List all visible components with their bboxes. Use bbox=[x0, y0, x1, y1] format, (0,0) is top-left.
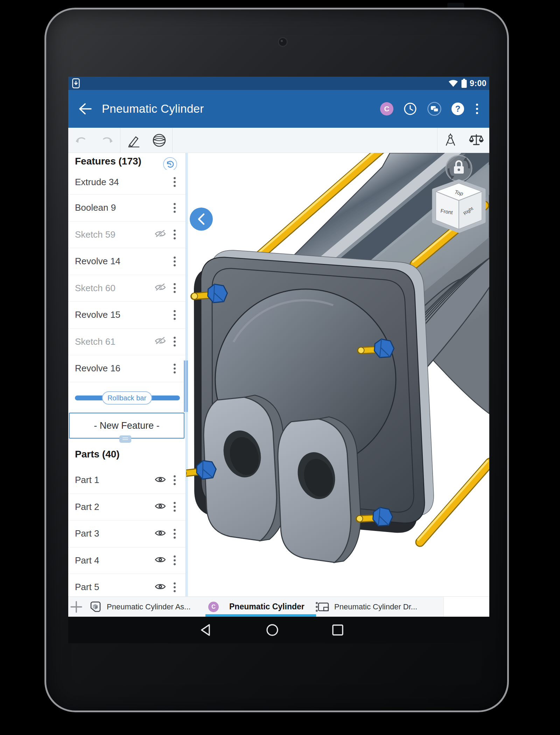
rollback-history-icon[interactable] bbox=[163, 157, 177, 171]
android-nav-bar bbox=[68, 617, 489, 643]
nav-recents-button[interactable] bbox=[331, 624, 344, 636]
document-tab-bar: Pneumatic Cylinder As... C Pneumatic Cyl… bbox=[68, 596, 489, 617]
drawing-icon bbox=[317, 601, 329, 612]
front-camera bbox=[278, 37, 288, 47]
view-cube[interactable]: Top Front Right bbox=[434, 181, 484, 231]
undo-button[interactable] bbox=[68, 128, 94, 153]
sketch-pencil-icon[interactable] bbox=[120, 128, 146, 153]
item-menu-icon[interactable] bbox=[172, 207, 178, 209]
feature-row[interactable]: Extrude 34 bbox=[68, 170, 186, 195]
tab-label: Pneumatic Cylinder Dr... bbox=[334, 602, 417, 611]
part-row[interactable]: Part 3 bbox=[68, 520, 186, 547]
item-menu-icon[interactable] bbox=[172, 479, 178, 481]
user-avatar[interactable]: C bbox=[380, 102, 393, 115]
versions-clock-icon[interactable] bbox=[403, 102, 417, 116]
item-menu-icon[interactable] bbox=[172, 287, 178, 289]
rollback-drag-handle[interactable] bbox=[119, 435, 131, 443]
eye-slash-icon[interactable] bbox=[155, 230, 166, 239]
tab-label: Pneumatic Cylinder bbox=[229, 602, 304, 611]
item-menu-icon[interactable] bbox=[172, 506, 178, 508]
collapse-panel-button[interactable] bbox=[190, 208, 213, 231]
status-bar: 9:00 bbox=[68, 77, 489, 90]
clevis-ear-left bbox=[204, 395, 286, 541]
part-row[interactable]: Part 5 bbox=[68, 574, 186, 596]
panel-scrollbar[interactable] bbox=[184, 360, 186, 412]
model-viewport[interactable]: Top Front Right bbox=[186, 153, 489, 596]
feature-row[interactable]: Revolve 14 bbox=[68, 248, 186, 275]
active-tab-underline bbox=[205, 614, 316, 617]
eye-slash-icon[interactable] bbox=[155, 337, 166, 346]
new-feature-button[interactable]: - New Feature - bbox=[69, 413, 184, 439]
feature-row[interactable]: Sketch 60 bbox=[68, 275, 186, 302]
help-icon[interactable]: ? bbox=[451, 103, 464, 115]
pneumatic-cylinder-model: Top Front Right bbox=[186, 153, 489, 596]
eye-visible-icon[interactable] bbox=[155, 502, 166, 512]
item-menu-icon[interactable] bbox=[172, 586, 178, 588]
item-menu-icon[interactable] bbox=[172, 181, 178, 183]
item-menu-icon[interactable] bbox=[172, 314, 178, 316]
eye-slash-icon[interactable] bbox=[155, 283, 166, 293]
back-button[interactable] bbox=[78, 103, 92, 115]
assembly-icon bbox=[89, 601, 102, 613]
parts-header: Parts (40) bbox=[75, 446, 120, 463]
measure-scales-icon[interactable] bbox=[463, 128, 489, 153]
system-notification-icon bbox=[72, 78, 80, 89]
sphere-primitive-icon[interactable] bbox=[146, 128, 172, 153]
feature-row[interactable]: Sketch 61 bbox=[68, 329, 186, 356]
nav-back-button[interactable] bbox=[200, 623, 211, 637]
overflow-menu-icon[interactable] bbox=[476, 108, 478, 110]
document-title: Pneumatic Cylinder bbox=[102, 102, 204, 115]
battery-icon bbox=[461, 78, 467, 88]
tab-part-studio-active[interactable]: C Pneumatic Cylinder bbox=[208, 597, 320, 617]
feature-row[interactable]: Revolve 16 bbox=[68, 355, 186, 382]
item-menu-icon[interactable] bbox=[172, 533, 178, 535]
toolbar bbox=[68, 128, 489, 153]
item-menu-icon[interactable] bbox=[172, 341, 178, 343]
status-time: 9:00 bbox=[470, 79, 486, 88]
eye-visible-icon[interactable] bbox=[155, 529, 166, 539]
eye-visible-icon[interactable] bbox=[155, 582, 166, 592]
rotation-lock-icon[interactable] bbox=[446, 155, 472, 181]
part-row[interactable]: Part 2 bbox=[68, 494, 186, 521]
eye-visible-icon[interactable] bbox=[155, 555, 166, 565]
tab-drawing[interactable]: Pneumatic Cylinder Dr... bbox=[317, 597, 417, 617]
nav-home-button[interactable] bbox=[266, 623, 279, 637]
features-header: Features (173) bbox=[75, 156, 141, 167]
feature-row[interactable]: Boolean 9 bbox=[68, 195, 186, 222]
add-tab-button[interactable] bbox=[70, 597, 83, 617]
part-row[interactable]: Part 4 bbox=[68, 547, 186, 574]
features-panel: Features (173) Extrude 34 bbox=[68, 153, 186, 596]
tab-label: Pneumatic Cylinder As... bbox=[107, 602, 191, 611]
drafting-compass-icon[interactable] bbox=[438, 128, 463, 153]
item-menu-icon[interactable] bbox=[172, 233, 178, 236]
item-menu-icon[interactable] bbox=[172, 368, 178, 370]
tablet-device: 9:00 Pneumatic Cylinder C bbox=[44, 8, 509, 712]
tab-avatar: C bbox=[208, 602, 219, 612]
redo-button[interactable] bbox=[94, 128, 120, 153]
feature-row[interactable]: Sketch 59 bbox=[68, 222, 186, 248]
app-screen: 9:00 Pneumatic Cylinder C bbox=[68, 77, 489, 643]
comments-icon[interactable] bbox=[427, 102, 442, 116]
part-row[interactable]: Part 1 bbox=[68, 467, 186, 494]
item-menu-icon[interactable] bbox=[172, 260, 178, 262]
item-menu-icon[interactable] bbox=[172, 559, 178, 561]
screenshot-root: 9:00 Pneumatic Cylinder C bbox=[0, 0, 560, 735]
clevis-ear-right bbox=[278, 417, 360, 562]
feature-row[interactable]: Revolve 15 bbox=[68, 302, 186, 329]
wifi-icon bbox=[448, 79, 458, 87]
eye-visible-icon[interactable] bbox=[155, 475, 166, 485]
chevron-left-icon bbox=[197, 213, 206, 225]
app-bar: Pneumatic Cylinder C ? bbox=[68, 90, 489, 128]
tab-assembly[interactable]: Pneumatic Cylinder As... bbox=[89, 597, 191, 617]
rollback-bar-label[interactable]: Rollback bar bbox=[102, 391, 152, 405]
